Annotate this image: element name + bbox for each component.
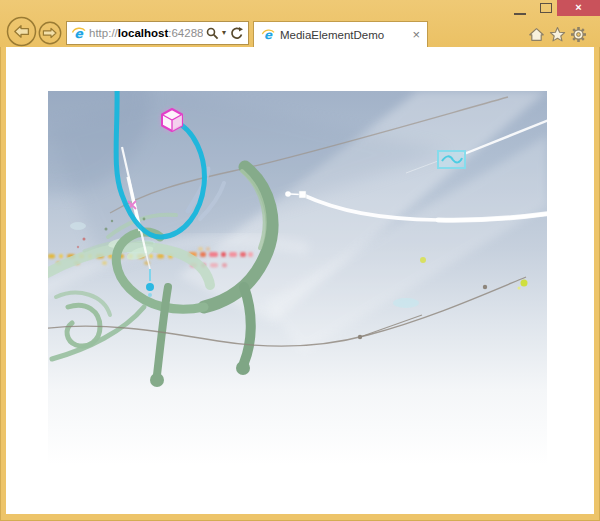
maximize-button[interactable] (540, 3, 552, 13)
home-icon[interactable] (528, 26, 545, 43)
browser-chrome: e http://localhost:64288/1 ▾ e MediaElem… (0, 0, 600, 47)
star-icon[interactable] (549, 26, 566, 43)
gear-icon[interactable] (570, 26, 587, 43)
page-content (6, 47, 594, 514)
command-bar (528, 26, 587, 43)
back-button[interactable] (6, 16, 37, 47)
media-element[interactable] (48, 91, 547, 465)
ie-logo-icon: e (71, 26, 86, 41)
chevron-down-icon[interactable]: ▾ (222, 22, 226, 44)
pink-cube (160, 108, 184, 132)
url-scheme: http:// (89, 27, 118, 39)
url-host: localhost (118, 27, 168, 39)
tab-close-icon[interactable]: × (412, 28, 420, 41)
close-button[interactable]: × (557, 0, 600, 16)
browser-window: e http://localhost:64288/1 ▾ e MediaElem… (0, 0, 600, 521)
minimize-button[interactable] (514, 4, 526, 15)
refresh-icon[interactable] (229, 26, 243, 40)
cyan-drip (146, 283, 154, 291)
forward-arrow-icon (38, 21, 62, 45)
url-text[interactable]: http://localhost:64288/1 (89, 22, 203, 44)
url-rest: :64288/1 (168, 27, 203, 39)
svg-text:e: e (74, 26, 84, 41)
ie-logo-icon: e (261, 28, 275, 42)
tab-mediaelementdemo[interactable]: e MediaElementDemo × (253, 21, 428, 47)
forward-button[interactable] (38, 21, 62, 45)
address-bar[interactable]: e http://localhost:64288/1 ▾ (66, 21, 249, 45)
back-arrow-icon (6, 16, 37, 47)
tab-title: MediaElementDemo (280, 29, 407, 41)
svg-text:e: e (264, 28, 273, 42)
search-icon[interactable] (206, 27, 219, 40)
video-frame-art (48, 91, 547, 465)
